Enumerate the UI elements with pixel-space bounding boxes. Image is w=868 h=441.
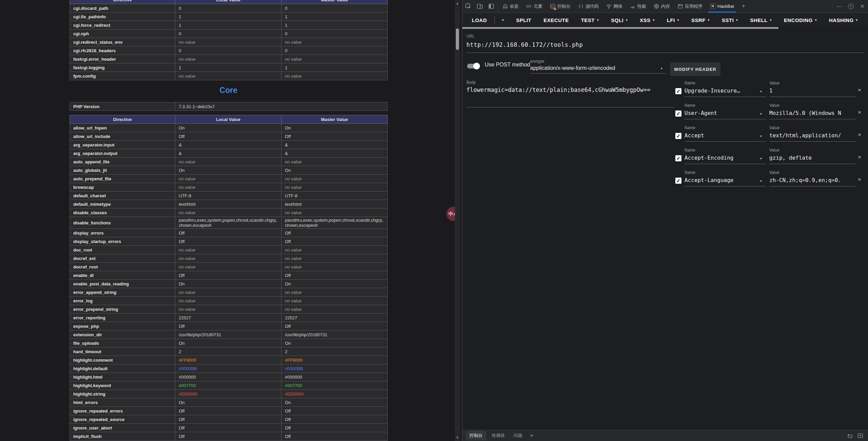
chevron-down-icon: ▾: [626, 18, 628, 22]
header-value-input[interactable]: zh-CN,zh;q=0.9,en;q=0.: [769, 177, 854, 183]
remove-header-icon[interactable]: ×: [858, 87, 861, 94]
table-row: ignore_repeated_sourceOffOff: [70, 415, 388, 424]
menu-item-test[interactable]: TEST▾: [581, 17, 599, 23]
tab-控制台[interactable]: 控制台: [546, 0, 574, 13]
master-value: no value: [282, 183, 388, 192]
header-value-label: Value: [769, 125, 779, 130]
tab-性能[interactable]: 性能: [626, 0, 650, 13]
device-toolbar-icon[interactable]: [474, 0, 485, 13]
table-row: auto_globals_jitOnOn: [70, 166, 388, 175]
directive-name: fastcgi.logging: [70, 63, 175, 72]
master-value: passthru,exec,system,popen,chroot,scandi…: [282, 217, 388, 229]
master-value: no value: [282, 246, 388, 254]
header-name-select[interactable]: User-Agent: [684, 110, 757, 116]
tab-欢迎[interactable]: 欢迎: [499, 0, 522, 13]
add-drawer-tab-icon[interactable]: +: [527, 433, 536, 439]
sensors-icon[interactable]: [847, 433, 853, 439]
master-value: Off: [282, 407, 388, 415]
header-enabled-checkbox[interactable]: ✓: [675, 133, 681, 139]
more-options-icon[interactable]: ⋯: [833, 0, 845, 13]
header-enabled-checkbox[interactable]: ✓: [675, 155, 681, 161]
header-value-input[interactable]: text/html,application/: [769, 132, 854, 139]
use-post-toggle[interactable]: [467, 64, 479, 68]
chevron-down-icon[interactable]: ▾: [760, 112, 762, 116]
menu-item-sqli[interactable]: SQLI▾: [611, 17, 628, 23]
page-vertical-scrollbar[interactable]: ▲ ▼: [455, 0, 460, 441]
local-value: 1: [175, 63, 282, 72]
chevron-down-icon[interactable]: ▾: [502, 18, 504, 22]
directive-name: implicit_flush: [70, 432, 175, 441]
master-value: no value: [282, 288, 388, 297]
menu-item-lfi[interactable]: LFI▾: [667, 17, 679, 23]
menu-item-ssti[interactable]: SSTI▾: [722, 17, 738, 23]
remove-header-icon[interactable]: ×: [858, 176, 861, 183]
enctype-select[interactable]: application/x-www-form-urlencoded: [530, 65, 615, 71]
chevron-down-icon[interactable]: ▾: [760, 134, 762, 138]
chevron-down-icon[interactable]: ▾: [760, 157, 762, 160]
tab-HackBar[interactable]: HHackBar: [706, 0, 738, 13]
remove-header-icon[interactable]: ×: [858, 132, 861, 138]
tab-元素[interactable]: 元素: [522, 0, 546, 13]
close-devtools-icon[interactable]: ×: [856, 0, 868, 13]
master-value: Off: [282, 237, 388, 246]
table-row: cgi.redirect_status_envno valueno value: [70, 38, 388, 46]
menu-item-hashing[interactable]: HASHING▾: [829, 17, 858, 23]
header-value-input[interactable]: 1: [769, 87, 854, 94]
directive-name: error_append_string: [70, 288, 175, 297]
directive-name: ignore_repeated_source: [70, 415, 175, 424]
header-value-input[interactable]: gzip, deflate: [769, 155, 854, 161]
table-row: error_reporting2252722527: [70, 314, 388, 322]
local-value: #007700: [175, 381, 282, 390]
header-name-select[interactable]: Accept-Language: [684, 177, 757, 183]
add-tab-button[interactable]: +: [738, 0, 749, 13]
toggle-knob[interactable]: [473, 63, 480, 69]
master-value: no value: [282, 297, 388, 305]
local-value: no value: [175, 288, 282, 297]
tab-网络[interactable]: 网络: [602, 0, 626, 13]
menu-item-ssrf[interactable]: SSRF▾: [691, 17, 710, 23]
drawer-tab-传感器[interactable]: 传感器: [488, 431, 508, 440]
menu-horizontal-scrollbar[interactable]: [462, 27, 778, 29]
menu-item-encoding[interactable]: ENCODING▾: [784, 17, 817, 23]
menu-item-xss[interactable]: XSS▾: [640, 17, 655, 23]
modify-header-button[interactable]: MODIFY HEADER: [670, 62, 720, 76]
header-enabled-checkbox[interactable]: ✓: [675, 111, 681, 117]
scroll-up-icon[interactable]: ▲: [455, 2, 460, 5]
menu-item-load[interactable]: LOAD: [472, 17, 487, 23]
header-enabled-checkbox[interactable]: ✓: [675, 178, 681, 184]
chevron-down-icon[interactable]: ▾: [661, 66, 662, 70]
php-version-label: PHP Version: [70, 102, 175, 111]
help-icon[interactable]: ?: [845, 0, 856, 13]
header-name-select[interactable]: Accept-Encoding: [684, 155, 757, 161]
scroll-down-icon[interactable]: ▼: [455, 436, 460, 439]
directive-name: allow_url_fopen: [70, 124, 175, 132]
scrollbar-thumb[interactable]: [456, 28, 459, 50]
master-value: On: [282, 280, 388, 288]
expand-drawer-icon[interactable]: [857, 433, 863, 439]
inspect-element-icon[interactable]: [462, 0, 474, 13]
tab-源代码[interactable]: 源代码: [574, 0, 602, 13]
header-enabled-checkbox[interactable]: ✓: [675, 88, 681, 94]
local-value: Off: [175, 229, 282, 237]
header-name-label: Name: [684, 148, 695, 153]
header-name-select[interactable]: Accept: [684, 132, 757, 139]
remove-header-icon[interactable]: ×: [858, 154, 861, 161]
table-row: highlight.comment#FF8000#FF8000: [70, 356, 388, 364]
header-name-select[interactable]: Upgrade-Insecure…: [684, 87, 757, 94]
tab-应用程序[interactable]: 应用程序: [674, 0, 706, 13]
tab-内存[interactable]: 内存: [650, 0, 674, 13]
table-row: doc_rootno valueno value: [70, 246, 388, 254]
menu-item-shell[interactable]: SHELL▾: [750, 17, 772, 23]
menu-item-split[interactable]: SPLIT: [516, 17, 532, 23]
drawer-tab-控制台[interactable]: 控制台: [466, 431, 486, 440]
remove-header-icon[interactable]: ×: [858, 109, 861, 116]
menu-item-execute[interactable]: EXECUTE: [544, 17, 569, 23]
master-value: 0: [282, 46, 388, 55]
chevron-down-icon[interactable]: ▾: [760, 89, 762, 93]
dock-side-icon[interactable]: [485, 0, 497, 13]
drawer-tab-问题[interactable]: 问题: [510, 431, 526, 440]
master-value: #DD0000: [282, 390, 388, 398]
url-input[interactable]: http://192.168.60.172//tools.php: [466, 41, 583, 48]
chevron-down-icon[interactable]: ▾: [760, 179, 762, 183]
header-value-input[interactable]: Mozilla/5.0 (Windows N: [769, 110, 854, 116]
